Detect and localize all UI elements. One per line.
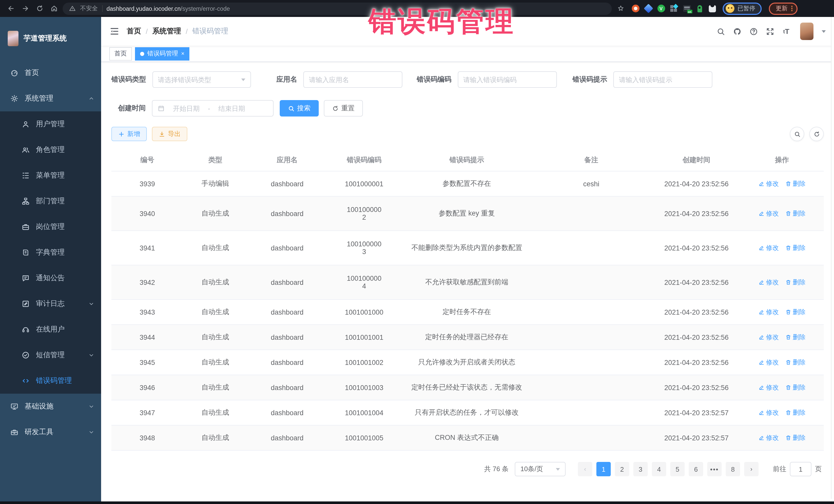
error-tip-input[interactable] bbox=[619, 76, 707, 83]
refresh-table-button[interactable] bbox=[809, 127, 824, 141]
sidebar-item-roles[interactable]: 角色管理 bbox=[0, 137, 101, 163]
bookmark-star-icon[interactable] bbox=[615, 3, 626, 14]
delete-button[interactable]: 删除 bbox=[785, 333, 806, 342]
sidebar-item-error-code[interactable]: 错误码管理 bbox=[0, 368, 101, 394]
sidebar-item-dict[interactable]: 字典管理 bbox=[0, 240, 101, 265]
page-button-4[interactable]: 4 bbox=[652, 462, 666, 476]
end-date-input[interactable] bbox=[213, 105, 250, 112]
sidebar-item-online-users[interactable]: 在线用户 bbox=[0, 317, 101, 342]
reset-button[interactable]: 重置 bbox=[324, 100, 363, 116]
delete-button[interactable]: 删除 bbox=[785, 278, 806, 287]
back-icon[interactable] bbox=[5, 3, 17, 14]
sidebar-item-sms[interactable]: 短信管理 bbox=[0, 342, 101, 368]
goto-page-input[interactable] bbox=[790, 462, 811, 476]
app-name-input[interactable] bbox=[309, 76, 397, 83]
extension-gem-icon[interactable] bbox=[644, 4, 652, 13]
error-type-input[interactable] bbox=[158, 76, 241, 83]
url-bar[interactable]: 不安全 dashboard.yudao.iocoder.cn/system/er… bbox=[63, 2, 612, 15]
page-button-8[interactable]: 8 bbox=[726, 462, 740, 476]
help-icon[interactable] bbox=[749, 27, 758, 36]
page-button-3[interactable]: 3 bbox=[633, 462, 648, 476]
search-icon[interactable] bbox=[716, 27, 725, 36]
sidebar-item-departments[interactable]: 部门管理 bbox=[0, 188, 101, 214]
delete-button[interactable]: 删除 bbox=[785, 243, 806, 252]
url-host: dashboard.yudao.iocoder.cn bbox=[107, 5, 181, 12]
edit-button[interactable]: 修改 bbox=[758, 209, 779, 218]
error-code-field[interactable] bbox=[458, 71, 556, 88]
forward-icon[interactable] bbox=[20, 3, 31, 14]
prev-page-button[interactable]: ‹ bbox=[578, 462, 592, 476]
edit-button[interactable]: 修改 bbox=[758, 308, 779, 316]
export-button[interactable]: 导出 bbox=[152, 127, 187, 141]
page-button-1[interactable]: 1 bbox=[596, 462, 611, 476]
edit-button[interactable]: 修改 bbox=[758, 408, 779, 417]
user-avatar[interactable] bbox=[800, 23, 813, 40]
sidebar-item-dev-tools[interactable]: 研发工具 bbox=[0, 419, 101, 445]
start-date-input[interactable] bbox=[168, 105, 205, 112]
page-size-select[interactable]: 10条/页 bbox=[515, 462, 566, 476]
delete-button[interactable]: 删除 bbox=[785, 179, 806, 188]
cell-remark bbox=[532, 244, 650, 252]
sidebar-item-home[interactable]: 首页 bbox=[0, 60, 101, 86]
browser-menu-icon[interactable] bbox=[791, 6, 792, 11]
edit-button[interactable]: 修改 bbox=[758, 278, 779, 287]
error-code-input[interactable] bbox=[463, 76, 551, 83]
extension-ubuntu-icon[interactable] bbox=[631, 4, 639, 13]
close-tag-icon[interactable]: × bbox=[181, 51, 184, 57]
extension-privacy-icon[interactable] bbox=[696, 4, 704, 13]
sidebar-item-menus[interactable]: 菜单管理 bbox=[0, 163, 101, 188]
search-button[interactable]: 搜索 bbox=[280, 100, 319, 116]
delete-button[interactable]: 删除 bbox=[785, 434, 806, 442]
sidebar-item-users[interactable]: 用户管理 bbox=[0, 111, 101, 137]
sidebar-item-posts[interactable]: 岗位管理 bbox=[0, 214, 101, 240]
delete-button[interactable]: 删除 bbox=[785, 408, 806, 417]
add-button[interactable]: 新增 bbox=[111, 127, 147, 141]
show-search-button[interactable] bbox=[790, 127, 804, 141]
breadcrumb-home[interactable]: 首页 bbox=[127, 27, 141, 36]
page-button-6[interactable]: 6 bbox=[689, 462, 703, 476]
extension-tabs-icon[interactable] bbox=[670, 4, 678, 13]
edit-button[interactable]: 修改 bbox=[758, 333, 779, 342]
browser-update-button[interactable]: 更新 bbox=[769, 2, 797, 15]
avatar-caret-icon[interactable] bbox=[822, 30, 826, 32]
delete-button[interactable]: 删除 bbox=[785, 308, 806, 316]
browser-scrollbar[interactable] bbox=[831, 17, 834, 499]
date-range-picker[interactable]: - bbox=[152, 100, 273, 116]
sidebar-item-audit-log[interactable]: 审计日志 bbox=[0, 291, 101, 317]
delete-button[interactable]: 删除 bbox=[785, 358, 806, 367]
cell-id: 3947 bbox=[111, 405, 183, 421]
tag-error-code[interactable]: 错误码管理 × bbox=[135, 47, 190, 60]
next-page-button[interactable]: › bbox=[744, 462, 759, 476]
more-pages-button[interactable]: ••• bbox=[707, 462, 722, 476]
home-icon[interactable] bbox=[48, 3, 60, 14]
breadcrumb-system[interactable]: 系统管理 bbox=[152, 27, 181, 36]
reload-icon[interactable] bbox=[34, 3, 45, 14]
delete-button[interactable]: 删除 bbox=[785, 383, 806, 392]
error-tip-field[interactable] bbox=[613, 71, 712, 88]
delete-button[interactable]: 删除 bbox=[785, 209, 806, 218]
edit-button[interactable]: 修改 bbox=[758, 243, 779, 252]
extension-switch-icon[interactable]: on bbox=[683, 4, 691, 13]
sidebar-item-infrastructure[interactable]: 基础设施 bbox=[0, 394, 101, 419]
edit-button[interactable]: 修改 bbox=[758, 179, 779, 188]
page-button-5[interactable]: 5 bbox=[670, 462, 685, 476]
profile-paused-badge[interactable]: 已暂停 bbox=[723, 2, 761, 15]
fullscreen-icon[interactable] bbox=[765, 27, 774, 36]
font-size-icon[interactable]: tT bbox=[782, 27, 791, 36]
app-name-field[interactable] bbox=[303, 71, 402, 88]
github-icon[interactable] bbox=[732, 27, 742, 36]
app-logo[interactable]: 芋道管理系统 bbox=[0, 17, 101, 60]
edit-button[interactable]: 修改 bbox=[758, 434, 779, 442]
edit-button[interactable]: 修改 bbox=[758, 358, 779, 367]
sidebar-item-system[interactable]: 系统管理 bbox=[0, 86, 101, 111]
announcement-icon bbox=[22, 274, 30, 282]
hamburger-icon[interactable] bbox=[109, 26, 119, 37]
extension-puzzle-icon[interactable] bbox=[708, 4, 717, 13]
edit-button[interactable]: 修改 bbox=[758, 383, 779, 392]
page-button-2[interactable]: 2 bbox=[615, 462, 629, 476]
sidebar-item-notice[interactable]: 通知公告 bbox=[0, 265, 101, 291]
extension-v-icon[interactable]: V bbox=[657, 4, 665, 13]
edit-icon bbox=[758, 245, 765, 251]
tag-home[interactable]: 首页 bbox=[109, 47, 132, 60]
error-type-select[interactable] bbox=[152, 71, 251, 88]
